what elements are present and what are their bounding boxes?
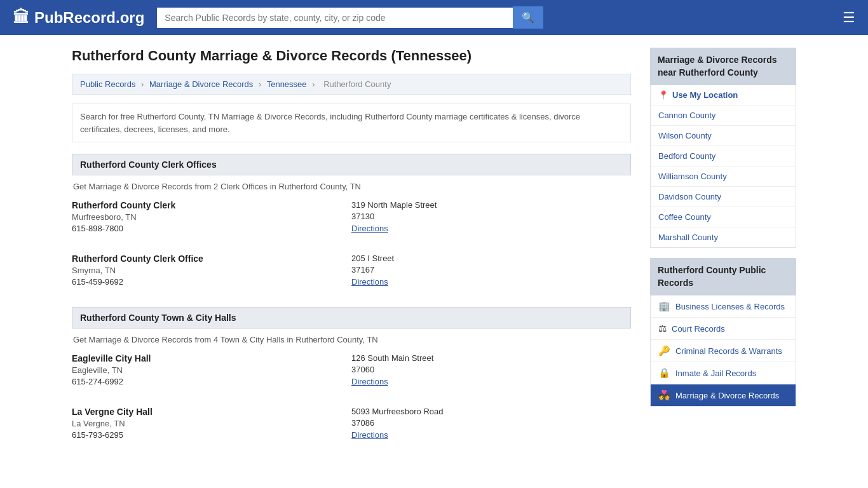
sidebar-county-wilson[interactable]: Wilson County [651,126,796,146]
city-hall-2-zip: 37086 [351,418,631,428]
site-header: 🏛 PubRecord.org 🔍 ☰ [0,0,868,35]
clerk-office-2: Rutherford County Clerk Office Smyrna, T… [72,254,631,293]
clerk-office-2-zip: 37167 [351,265,631,274]
records-section-title: Rutherford County Public Records [650,258,796,295]
sidebar-county-bedford[interactable]: Bedford County [651,146,796,166]
clerk-office-1: Rutherford County Clerk Murfreesboro, TN… [72,200,631,240]
sidebar-county-coffee[interactable]: Coffee County [651,207,796,227]
city-hall-1-right: 126 South Main Street 37060 Directions [351,353,631,386]
city-hall-2-city: La Vergne, TN [72,419,351,428]
clerk-office-2-directions-link[interactable]: Directions [351,277,388,287]
clerk-office-1-zip: 37130 [351,212,631,221]
clerk-office-2-address: 205 I Street [351,254,631,263]
use-my-location[interactable]: 📍 Use My Location [651,85,796,105]
site-logo[interactable]: 🏛 PubRecord.org [13,8,144,27]
city-hall-2-directions[interactable]: Directions [351,430,631,440]
use-my-location-link[interactable]: Use My Location [672,90,738,100]
search-input[interactable] [157,8,513,28]
city-hall-1-phone: 615-274-6992 [72,377,351,386]
marriage-icon: 💑 [658,390,670,401]
city-hall-2-phone: 615-793-6295 [72,430,351,440]
clerk-office-2-name: Rutherford County Clerk Office [72,254,351,264]
clerk-office-2-right: 205 I Street 37167 Directions [351,254,631,287]
city-hall-2-name: La Vergne City Hall [72,407,351,417]
clerk-office-2-city: Smyrna, TN [72,266,351,275]
page-title: Rutherford County Marriage & Divorce Rec… [72,48,631,64]
breadcrumb-sep2: › [259,79,261,89]
page-description: Search for free Rutherford County, TN Ma… [72,104,631,142]
city-hall-1-zip: 37060 [351,365,631,374]
clerk-office-1-right: 319 North Maple Street 37130 Directions [351,200,631,233]
sidebar-county-cannon[interactable]: Cannon County [651,105,796,126]
sidebar-county-marshall[interactable]: Marshall County [651,227,796,247]
clerk-office-1-address: 319 North Maple Street [351,200,631,210]
city-section-heading: Rutherford County Town & City Halls [72,307,631,329]
clerk-office-1-left: Rutherford County Clerk Murfreesboro, TN… [72,200,351,233]
sidebar-court-records[interactable]: ⚖ Court Records [651,318,796,340]
clerk-section-desc: Get Marriage & Divorce Records from 2 Cl… [72,182,631,191]
sidebar: Marriage & Divorce Records near Rutherfo… [650,48,796,460]
breadcrumb-public-records[interactable]: Public Records [80,79,135,89]
clerk-office-1-name: Rutherford County Clerk [72,200,351,210]
clerk-section-heading: Rutherford County Clerk Offices [72,154,631,175]
clerk-offices-section: Rutherford County Clerk Offices Get Marr… [72,154,631,293]
city-hall-1-name: Eagleville City Hall [72,353,351,363]
location-pin-icon: 📍 [658,90,668,100]
search-area: 🔍 [157,6,824,29]
clerk-office-1-directions-link[interactable]: Directions [351,224,388,233]
city-hall-2-left: La Vergne City Hall La Vergne, TN 615-79… [72,407,351,440]
sidebar-criminal-records[interactable]: 🔑 Criminal Records & Warrants [651,340,796,362]
city-hall-1-left: Eagleville City Hall Eagleville, TN 615-… [72,353,351,386]
city-hall-2: La Vergne City Hall La Vergne, TN 615-79… [72,407,631,446]
city-hall-2-address: 5093 Murfreesboro Road [351,407,631,416]
city-hall-2-right: 5093 Murfreesboro Road 37086 Directions [351,407,631,440]
logo-icon: 🏛 [13,8,29,27]
clerk-office-1-directions[interactable]: Directions [351,223,631,233]
breadcrumb: Public Records › Marriage & Divorce Reco… [72,74,631,95]
city-section-desc: Get Marriage & Divorce Records from 4 To… [72,335,631,344]
breadcrumb-sep3: › [312,79,315,89]
sidebar-inmate-records[interactable]: 🔒 Inmate & Jail Records [651,362,796,384]
nearby-section-title: Marriage & Divorce Records near Rutherfo… [650,48,796,85]
clerk-office-2-directions[interactable]: Directions [351,276,631,287]
breadcrumb-tennessee[interactable]: Tennessee [267,79,307,89]
clerk-office-1-city: Murfreesboro, TN [72,212,351,222]
sidebar-business-licenses[interactable]: 🏢 Business Licenses & Records [651,295,796,318]
nearby-counties-list: 📍 Use My Location Cannon County Wilson C… [650,85,796,248]
business-icon: 🏢 [658,301,670,312]
city-hall-1-directions[interactable]: Directions [351,376,631,386]
sidebar-county-davidson[interactable]: Davidson County [651,187,796,207]
city-halls-section: Rutherford County Town & City Halls Get … [72,307,631,446]
breadcrumb-marriage-divorce[interactable]: Marriage & Divorce Records [149,79,253,89]
clerk-office-1-phone: 615-898-7800 [72,224,351,233]
records-links-list: 🏢 Business Licenses & Records ⚖ Court Re… [650,295,796,407]
city-hall-1-address: 126 South Main Street [351,353,631,363]
menu-icon[interactable]: ☰ [843,10,855,26]
sidebar-marriage-records[interactable]: 💑 Marriage & Divorce Records [651,384,796,406]
clerk-office-2-left: Rutherford County Clerk Office Smyrna, T… [72,254,351,287]
city-hall-1-directions-link[interactable]: Directions [351,377,388,386]
criminal-icon: 🔑 [658,345,670,356]
search-button[interactable]: 🔍 [513,6,543,29]
content-area: Rutherford County Marriage & Divorce Rec… [72,48,631,460]
breadcrumb-rutherford: Rutherford County [323,79,391,89]
main-container: Rutherford County Marriage & Divorce Rec… [53,35,815,473]
city-hall-1-city: Eagleville, TN [72,365,351,375]
jail-icon: 🔒 [658,367,670,379]
clerk-office-2-phone: 615-459-9692 [72,277,351,287]
logo-text: PubRecord.org [34,9,144,27]
breadcrumb-sep1: › [141,79,144,89]
city-hall-2-directions-link[interactable]: Directions [351,430,388,440]
sidebar-county-williamson[interactable]: Williamson County [651,166,796,187]
court-icon: ⚖ [658,323,667,334]
city-hall-1: Eagleville City Hall Eagleville, TN 615-… [72,353,631,393]
